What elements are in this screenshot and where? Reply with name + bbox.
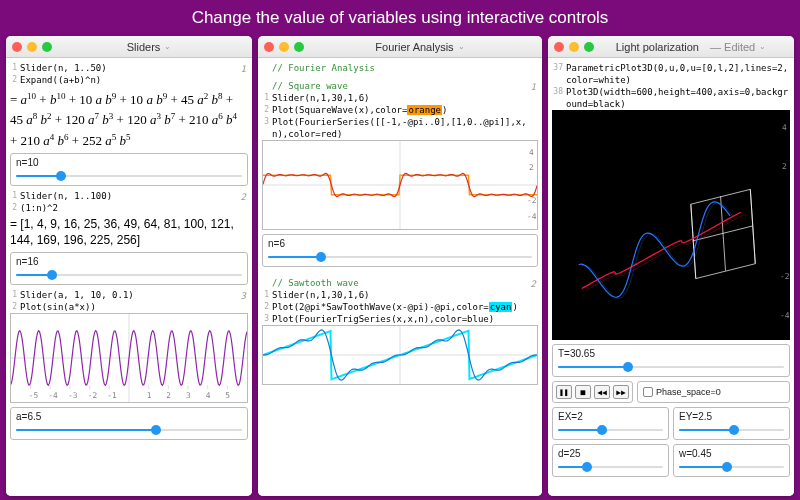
cell-number: 1: [531, 82, 536, 92]
chevron-down-icon[interactable]: ⌄: [164, 42, 171, 51]
slider-panel[interactable]: n=16: [10, 252, 248, 285]
code-line[interactable]: Plot(sin(a*x)): [20, 301, 248, 313]
titlebar[interactable]: Fourier Analysis⌄: [258, 36, 542, 58]
minimize-icon[interactable]: [569, 42, 579, 52]
slider-panel-T[interactable]: T=30.65: [552, 344, 790, 377]
slider-panel-EY[interactable]: EY=2.5: [673, 407, 790, 440]
slider-track[interactable]: [558, 424, 663, 436]
slider-label: d=25: [558, 448, 663, 459]
code-line[interactable]: Slider(n,1,30,1,6): [272, 92, 538, 104]
cell: 1 // Square wave 1Slider(n,1,30,1,6) 2Pl…: [262, 80, 538, 267]
zoom-icon[interactable]: [42, 42, 52, 52]
svg-text:-5: -5: [29, 391, 39, 400]
doc-body: 37ParametricPlot3D(0,u,0,u=[0,l,2],lines…: [548, 58, 794, 496]
plot-sine: -5-4-3-2-112345: [10, 313, 248, 403]
comment: // Square wave: [272, 80, 538, 92]
pause-button[interactable]: ❚❚: [556, 385, 572, 399]
slider-track[interactable]: [679, 461, 784, 473]
slider-track[interactable]: [558, 461, 663, 473]
chevron-down-icon[interactable]: ⌄: [458, 42, 465, 51]
slider-track[interactable]: [16, 269, 242, 281]
slider-label: EX=2: [558, 411, 663, 422]
svg-text:-4: -4: [48, 391, 58, 400]
svg-text:2: 2: [782, 162, 787, 171]
cell: 2 // Sawtooth wave 1Slider(n,1,30,1,6) 2…: [262, 277, 538, 385]
slider-label: w=0.45: [679, 448, 784, 459]
slider-track[interactable]: [268, 251, 532, 263]
slider-panel[interactable]: n=6: [262, 234, 538, 267]
phase-space-checkbox[interactable]: Phase_space=0: [637, 381, 790, 403]
stop-button[interactable]: ■: [575, 385, 591, 399]
svg-text:2: 2: [529, 163, 534, 172]
traffic-lights: [264, 42, 304, 52]
plot-sawtooth: [262, 325, 538, 385]
code-line[interactable]: Plot(2@pi*SawToothWave(x-@pi)-@pi,color=…: [272, 301, 538, 313]
banner: Change the value of variables using inte…: [0, 0, 800, 36]
svg-text:-1: -1: [107, 391, 117, 400]
svg-text:-3: -3: [68, 391, 78, 400]
checkbox-label: Phase_space=0: [656, 387, 721, 397]
code-line[interactable]: Slider(n,1,30,1,6): [272, 289, 538, 301]
cell: 1 1Slider(n, 1..50) 2Expand((a+b)^n) = a…: [10, 62, 248, 186]
code-line[interactable]: ParametricPlot3D(0,u,0,u=[0,l,2],lines=2…: [566, 62, 790, 86]
window-title: Sliders⌄: [52, 41, 246, 53]
edited-badge: — Edited: [710, 41, 755, 53]
slider-track[interactable]: [16, 424, 242, 436]
close-icon[interactable]: [264, 42, 274, 52]
svg-text:4: 4: [206, 391, 211, 400]
chevron-down-icon[interactable]: ⌄: [759, 42, 766, 51]
cell-number: 2: [531, 279, 536, 289]
code-line[interactable]: Plot3D(width=600,height=400,axis=0,backg…: [566, 86, 790, 110]
code-line[interactable]: Plot(SquareWave(x),color=orange): [272, 104, 538, 116]
slider-label: a=6.5: [16, 411, 242, 422]
slider-panel[interactable]: a=6.5: [10, 407, 248, 440]
code-line[interactable]: (1:n)^2: [20, 202, 248, 214]
slider-panel[interactable]: n=10: [10, 153, 248, 186]
svg-text:2: 2: [166, 391, 171, 400]
code-line[interactable]: Expand((a+b)^n): [20, 74, 248, 86]
svg-text:4: 4: [782, 123, 787, 132]
doc-body: 1 1Slider(n, 1..50) 2Expand((a+b)^n) = a…: [6, 58, 252, 496]
close-icon[interactable]: [12, 42, 22, 52]
zoom-icon[interactable]: [294, 42, 304, 52]
slider-track[interactable]: [679, 424, 784, 436]
code-line[interactable]: Plot(FourierTrigSeries(x,x,n),color=blue…: [272, 313, 538, 325]
code-line[interactable]: Slider(a, 1, 10, 0.1): [20, 289, 248, 301]
window-title: Fourier Analysis⌄: [304, 41, 536, 53]
minimize-icon[interactable]: [27, 42, 37, 52]
rewind-button[interactable]: ◀◀: [594, 385, 610, 399]
cell-number: 2: [241, 192, 246, 202]
traffic-lights: [12, 42, 52, 52]
close-icon[interactable]: [554, 42, 564, 52]
slider-panel-w[interactable]: w=0.45: [673, 444, 790, 477]
svg-text:-2: -2: [88, 391, 98, 400]
slider-label: n=16: [16, 256, 242, 267]
titlebar[interactable]: Light polarization — Edited⌄: [548, 36, 794, 58]
slider-track[interactable]: [558, 361, 784, 373]
forward-button[interactable]: ▶▶: [613, 385, 629, 399]
window-polarization: Light polarization — Edited⌄ 37Parametri…: [548, 36, 794, 496]
svg-text:5: 5: [225, 391, 230, 400]
slider-track[interactable]: [16, 170, 242, 182]
checkbox-icon[interactable]: [643, 387, 653, 397]
plot3d-polarization[interactable]: 42-2-4: [552, 110, 790, 340]
plot-square: 42-2-4: [262, 140, 538, 230]
svg-text:1: 1: [147, 391, 152, 400]
window-row: Sliders⌄ 1 1Slider(n, 1..50) 2Expand((a+…: [0, 36, 800, 496]
playback-controls: ❚❚ ■ ◀◀ ▶▶: [552, 381, 633, 403]
slider-panel-d[interactable]: d=25: [552, 444, 669, 477]
zoom-icon[interactable]: [584, 42, 594, 52]
cell-number: 3: [241, 291, 246, 301]
code-line[interactable]: Slider(n, 1..50): [20, 62, 248, 74]
color-token: orange: [407, 105, 442, 115]
titlebar[interactable]: Sliders⌄: [6, 36, 252, 58]
slider-panel-EX[interactable]: EX=2: [552, 407, 669, 440]
code-line[interactable]: Plot(FourierSeries([[-1,-@pi..0],[1,0..@…: [272, 116, 538, 140]
minimize-icon[interactable]: [279, 42, 289, 52]
color-token: cyan: [489, 302, 513, 312]
svg-rect-30: [552, 110, 790, 338]
result-output: = [1, 4, 9, 16, 25, 36, 49, 64, 81, 100,…: [10, 214, 248, 252]
code-line[interactable]: Slider(n, 1..100): [20, 190, 248, 202]
cell-number: 1: [241, 64, 246, 74]
cell: 3 1Slider(a, 1, 10, 0.1) 2Plot(sin(a*x))…: [10, 289, 248, 440]
